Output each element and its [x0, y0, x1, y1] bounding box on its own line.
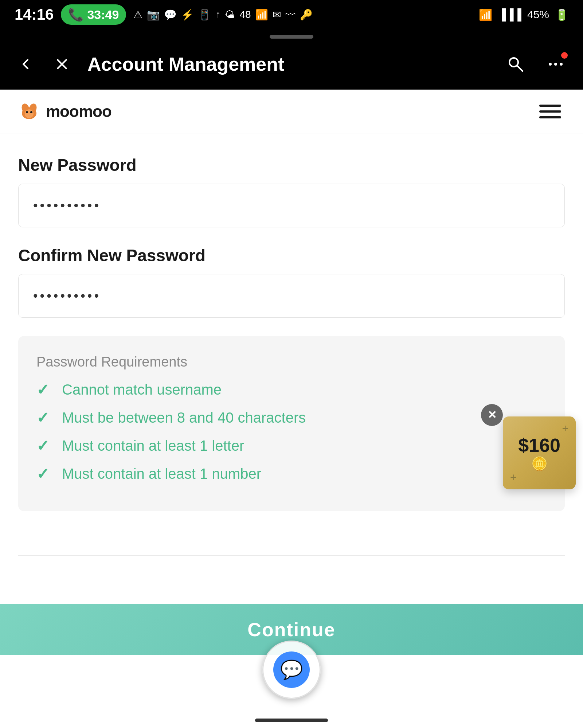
status-left: 14:16 📞 33:49 ⚠ 📷 💬 ⚡ 📱 ↑ 🌤 48 📶 ✉ 〰 🔑: [15, 4, 313, 25]
back-button[interactable]: [15, 53, 36, 75]
req-check-length: ✓: [36, 409, 51, 427]
req-text-username: Cannot match username: [62, 381, 222, 398]
nav-left-controls: Account Management: [15, 53, 284, 75]
search-button[interactable]: [503, 51, 528, 77]
svg-point-11: [26, 111, 28, 113]
signal-icon: 📶: [255, 9, 268, 21]
hamburger-menu-button[interactable]: [536, 101, 565, 122]
req-item-length: ✓ Must be between 8 and 40 characters: [36, 409, 547, 427]
arrow-icon: ↑: [215, 9, 220, 20]
password-requirements-box: Password Requirements ✓ Cannot match use…: [18, 336, 565, 511]
app-header: moomoo: [0, 90, 583, 133]
promo-plus-bottom: +: [510, 471, 517, 484]
close-promo-button[interactable]: ✕: [481, 404, 503, 426]
hamburger-line-2: [539, 110, 561, 113]
main-content: New Password •••••••••• Confirm New Pass…: [0, 133, 583, 511]
svg-point-10: [25, 109, 34, 118]
count-icon: 48: [239, 9, 251, 20]
moomoo-logo-icon: [18, 101, 40, 122]
confirm-password-section: Confirm New Password ••••••••••: [18, 246, 565, 318]
new-password-label: New Password: [18, 155, 565, 175]
status-bar: 14:16 📞 33:49 ⚠ 📷 💬 ⚡ 📱 ↑ 🌤 48 📶 ✉ 〰 🔑 📶…: [0, 0, 583, 29]
logo-area: moomoo: [18, 101, 111, 122]
battery-icon: 🔋: [555, 8, 568, 21]
page-title: Account Management: [87, 53, 284, 75]
promo-coins-icon: 🪙: [531, 456, 548, 471]
svg-point-5: [554, 63, 557, 66]
bolt-icon: ⚡: [181, 9, 194, 21]
nav-right-controls: [503, 51, 568, 77]
status-right: 📶 ▐▐▐ 45% 🔋: [479, 8, 568, 21]
chat-bubble-icon: 💬: [280, 659, 303, 680]
new-password-dots: ••••••••••: [33, 198, 101, 213]
call-duration: 33:49: [87, 8, 119, 22]
req-check-username: ✓: [36, 381, 51, 399]
phone-icon: 📞: [68, 7, 83, 22]
close-button[interactable]: [51, 53, 73, 75]
weather-icon: 🌤: [225, 9, 235, 21]
whatsapp-icon: 📱: [198, 9, 211, 21]
close-promo-icon: ✕: [488, 410, 497, 420]
chat-fab-inner: 💬: [273, 651, 310, 688]
promo-badge[interactable]: + $160 🪙 +: [503, 416, 576, 489]
req-text-number: Must contain at least 1 number: [62, 466, 261, 482]
hamburger-line-3: [539, 116, 561, 118]
alert-icon: ⚠: [133, 9, 142, 21]
req-item-username: ✓ Cannot match username: [36, 381, 547, 399]
hamburger-line-1: [539, 105, 561, 107]
confirm-password-label: Confirm New Password: [18, 246, 565, 265]
confirm-password-dots: ••••••••••: [33, 288, 101, 304]
spacer: [0, 511, 583, 555]
message-icon: 💬: [164, 9, 177, 21]
drag-handle-bar: [270, 35, 313, 39]
new-password-section: New Password ••••••••••: [18, 155, 565, 227]
req-text-length: Must be between 8 and 40 characters: [62, 410, 306, 426]
drag-handle-area: [0, 29, 583, 39]
notification-dot: [561, 52, 568, 59]
status-time: 14:16: [15, 6, 54, 23]
requirements-title: Password Requirements: [36, 354, 547, 370]
promo-amount: $160: [518, 434, 560, 456]
key-icon: 🔑: [300, 9, 313, 21]
notification-icons: ⚠ 📷 💬 ⚡ 📱 ↑ 🌤 48 📶 ✉ 〰 🔑: [133, 9, 312, 21]
chat-fab-button[interactable]: 💬: [262, 641, 321, 699]
signal-bars-icon: ▐▐▐: [498, 8, 521, 21]
wifi2-icon: 〰: [285, 9, 296, 21]
svg-point-12: [30, 111, 32, 113]
more-options-button[interactable]: [543, 51, 568, 77]
navigation-bar: Account Management: [0, 39, 583, 90]
svg-point-4: [549, 63, 552, 66]
new-password-input[interactable]: ••••••••••: [18, 184, 565, 227]
req-check-letter: ✓: [36, 437, 51, 455]
req-check-number: ✓: [36, 465, 51, 483]
req-text-letter: Must contain at least 1 letter: [62, 438, 244, 454]
svg-point-6: [560, 63, 563, 66]
call-indicator: 📞 33:49: [61, 4, 126, 25]
promo-plus-top: +: [562, 422, 568, 435]
wifi-icon: 📶: [479, 8, 492, 21]
battery-level: 45%: [527, 8, 549, 21]
svg-line-3: [517, 66, 523, 71]
divider: [18, 555, 565, 556]
logo-text: moomoo: [46, 102, 111, 121]
home-indicator: [255, 719, 328, 722]
req-item-letter: ✓ Must contain at least 1 letter: [36, 437, 547, 455]
req-item-number: ✓ Must contain at least 1 number: [36, 465, 547, 483]
gmail-icon: ✉: [273, 9, 281, 21]
camera-icon: 📷: [147, 9, 160, 21]
confirm-password-input[interactable]: ••••••••••: [18, 274, 565, 318]
